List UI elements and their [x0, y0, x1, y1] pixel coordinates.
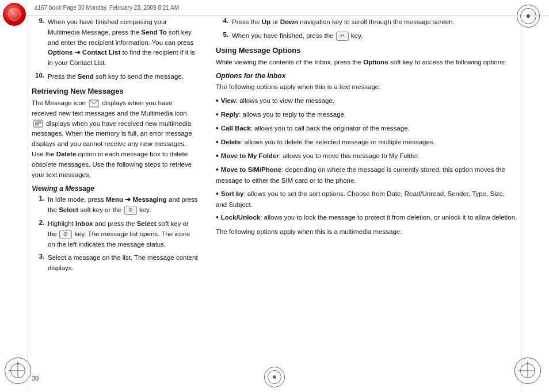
step-2-bold-2: Select	[137, 220, 157, 227]
compass-br	[514, 358, 541, 384]
corner-dot-tr	[527, 14, 530, 18]
step-4: 4. Press the Up or Down navigation key t…	[216, 17, 517, 28]
step-9-bold-3: Contact List	[82, 49, 120, 56]
bullet-callback: Call Back: allows you to call back the o…	[216, 122, 517, 134]
bullet-move-my-folder: Move to My Folder: allows you to move th…	[216, 150, 517, 162]
svg-point-3	[39, 121, 41, 124]
using-message-options-heading: Using Message Options	[216, 46, 517, 55]
compass-cross-br	[515, 358, 540, 383]
bullet-move-sim-bold: Move to SIM/Phone	[221, 166, 281, 173]
options-inbox-subheading: Options for the Inbox	[216, 72, 517, 80]
corner-bl-decoration	[5, 358, 35, 387]
bullet-view-bold: View	[221, 97, 236, 104]
corner-br-decoration	[514, 358, 544, 387]
step-4-content: Press the Up or Down navigation key to s…	[232, 17, 517, 28]
right-vertical-line	[521, 16, 521, 392]
bullet-callback-bold: Call Back	[221, 125, 251, 132]
content-area: 9. When you have finished composing your…	[32, 17, 517, 360]
bottom-center-compass	[264, 367, 285, 387]
bullet-move-my-folder-bold: Move to My Folder	[221, 152, 279, 159]
step-9-bold-2: Options	[48, 49, 73, 56]
select-key-icon-2: ⊙	[59, 230, 72, 239]
retrieving-intro-paragraph: The Message icon displays when you have …	[32, 98, 199, 180]
step-9: 9. When you have finished composing your…	[32, 17, 199, 68]
step-5-number: 5.	[216, 31, 228, 41]
step-9-bold-1: Send To	[141, 29, 167, 36]
viewing-message-subheading: Viewing a Message	[32, 185, 199, 193]
bullet-sort-by-bold: Sort by	[221, 190, 244, 197]
header-text: a167.book Page 30 Monday, February 23, 2…	[35, 5, 179, 11]
page-number: 30	[32, 375, 39, 382]
svg-rect-2	[35, 122, 39, 125]
right-column: 4. Press the Up or Down navigation key t…	[216, 17, 517, 360]
bullet-reply: Reply: allows you to reply to the messag…	[216, 109, 517, 121]
step-2-content: Highlight Inbox and press the Select sof…	[48, 219, 199, 249]
step-3-content: Select a message on the list. The messag…	[48, 253, 199, 274]
step-10: 10. Press the Send soft key to send the …	[32, 72, 199, 82]
options-text-intro: The following options apply when this is…	[216, 82, 517, 93]
corner-circle-tr	[517, 5, 540, 28]
header-bar: a167.book Page 30 Monday, February 23, 2…	[0, 0, 549, 16]
step-1-content: In Idle mode, press Menu ➔ Messaging and…	[48, 195, 199, 216]
step-3-number: 3.	[32, 253, 44, 274]
step-3: 3. Select a message on the list. The mes…	[32, 253, 199, 274]
bullet-delete-bold: Delete	[221, 139, 241, 145]
corner-circle-inner-tr	[520, 8, 536, 24]
bullet-sort-by: Sort by: allows you to set the sort opti…	[216, 188, 517, 210]
step-1-number: 1.	[32, 195, 44, 216]
bullet-view: View: allows you to view the message.	[216, 95, 517, 107]
displays-when-you-text: displays when you have received new text…	[32, 99, 187, 117]
page-container: a167.book Page 30 Monday, February 23, 2…	[0, 0, 549, 392]
select-key-icon-1: ⊙	[124, 206, 137, 215]
left-vertical-line	[28, 16, 28, 392]
step-10-content: Press the Send soft key to send the mess…	[48, 72, 199, 82]
step-1: 1. In Idle mode, press Menu ➔ Messaging …	[32, 195, 199, 216]
compass-cross-bl	[5, 358, 30, 383]
bullet-lock-unlock: Lock/Unlock: allows you to lock the mess…	[216, 212, 517, 224]
step-4-bold-2: Down	[280, 18, 298, 25]
step-4-number: 4.	[216, 17, 228, 28]
left-column: 9. When you have finished composing your…	[32, 17, 199, 360]
options-bullet-list: View: allows you to view the message. Re…	[216, 95, 517, 224]
step-2: 2. Highlight Inbox and press the Select …	[32, 219, 199, 249]
multimedia-icon	[33, 120, 43, 128]
step-4-bold-1: Up	[262, 18, 270, 25]
step-2-number: 2.	[32, 219, 44, 249]
delete-bold: Delete	[56, 151, 77, 157]
step-10-bold: Send	[78, 73, 94, 80]
red-circle-decoration	[3, 3, 26, 26]
options-intro-paragraph: While viewing the contents of the Inbox,…	[216, 57, 517, 68]
bullet-delete: Delete: allows you to delete the selecte…	[216, 136, 517, 148]
message-icon	[89, 99, 99, 107]
red-circle-inner	[8, 8, 21, 21]
step-1-bold-1: Menu ➔ Messaging	[106, 196, 167, 203]
step-5-content: When you have finished, press the ↩ key.	[232, 31, 517, 41]
multimedia-options-footer: The following options apply when this is…	[216, 227, 517, 237]
bullet-lock-unlock-bold: Lock/Unlock	[221, 213, 260, 220]
options-bold: Options	[363, 59, 388, 66]
step-1-bold-2: Select	[59, 206, 78, 213]
back-key-icon: ↩	[336, 32, 349, 41]
step-10-number: 10.	[32, 72, 44, 82]
step-9-number: 9.	[32, 17, 44, 68]
step-2-bold-1: Inbox	[75, 220, 93, 227]
step-9-content: When you have finished composing your Mu…	[48, 17, 199, 68]
step-5: 5. When you have finished, press the ↩ k…	[216, 31, 517, 41]
retrieving-messages-heading: Retrieving New Messages	[32, 87, 199, 95]
bullet-move-sim: Move to SIM/Phone: depending on where th…	[216, 164, 517, 186]
bullet-reply-bold: Reply	[221, 111, 239, 118]
